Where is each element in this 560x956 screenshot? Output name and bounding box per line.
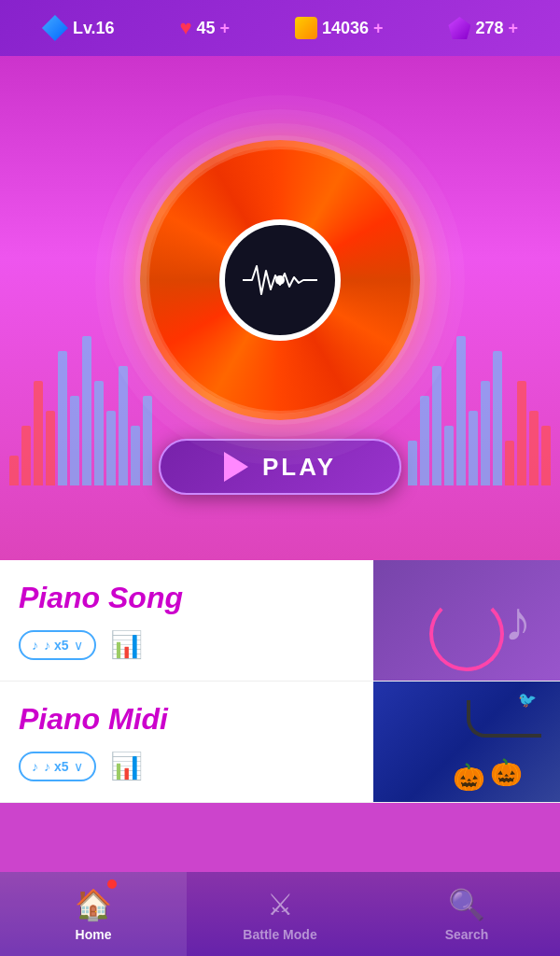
- home-label: Home: [76, 927, 112, 942]
- gem-icon: [448, 17, 470, 39]
- piano-midi-info: Piano Midi ♪ ♪ x5 ∨ 📊: [0, 688, 560, 795]
- nav-search[interactable]: 🔍 Search: [373, 872, 560, 956]
- gems-value: 278: [475, 19, 503, 38]
- play-label: PLAY: [262, 453, 336, 482]
- ticket-dropdown-icon[interactable]: ∨: [74, 638, 83, 653]
- ticket-music-icon: ♪: [32, 638, 38, 653]
- eq-bar-left-1: [21, 426, 31, 485]
- heart-icon: ♥: [180, 16, 192, 40]
- hearts-stat: ♥ 45 +: [180, 16, 231, 40]
- eq-bar-right-11: [541, 426, 551, 485]
- diamond-icon: [42, 15, 68, 41]
- battle-label: Battle Mode: [243, 927, 316, 942]
- eq-bar-right-8: [505, 441, 514, 485]
- eq-bar-left-0: [9, 456, 19, 485]
- battle-icon: ⚔: [267, 887, 294, 922]
- home-notification-dot: [107, 879, 117, 889]
- vinyl-outer: [140, 140, 420, 420]
- eq-bar-right-1: [420, 396, 429, 485]
- coins-stat: 14036 +: [295, 17, 384, 39]
- eq-bar-right-6: [481, 381, 490, 485]
- piano-midi-actions: ♪ ♪ x5 ∨ 📊: [19, 751, 541, 781]
- ticket-dropdown-icon-2[interactable]: ∨: [74, 759, 83, 774]
- gems-stat: 278 +: [448, 17, 518, 39]
- level-label: Lv.16: [73, 19, 115, 38]
- eq-bar-right-9: [517, 381, 526, 485]
- eq-bar-right-10: [529, 411, 539, 485]
- eq-bars-right: [408, 336, 551, 485]
- eq-bar-right-7: [493, 351, 502, 485]
- eq-bar-left-3: [46, 411, 55, 485]
- vinyl-center-dot: [275, 275, 285, 285]
- level-stat: Lv.16: [42, 15, 115, 41]
- vinyl-record: [140, 140, 420, 420]
- bottom-nav: 🏠 Home ⚔ Battle Mode 🔍 Search: [0, 872, 560, 956]
- eq-bar-left-4: [58, 351, 67, 485]
- eq-bar-left-2: [34, 381, 43, 485]
- eq-bar-right-4: [456, 336, 466, 485]
- main-area: PLAY: [0, 56, 560, 560]
- ticket-label: ♪ x5: [44, 638, 68, 653]
- ticket-music-icon-2: ♪: [32, 759, 38, 774]
- coin-icon: [295, 17, 317, 39]
- play-triangle-icon: [224, 452, 248, 482]
- eq-bar-left-6: [82, 336, 91, 485]
- nav-battle[interactable]: ⚔ Battle Mode: [187, 872, 373, 956]
- play-button[interactable]: PLAY: [159, 439, 401, 495]
- eq-bar-right-0: [408, 441, 417, 485]
- piano-midi-ticket-button[interactable]: ♪ ♪ x5 ∨: [19, 752, 96, 781]
- nav-home[interactable]: 🏠 Home: [0, 872, 187, 956]
- eq-bar-left-5: [70, 396, 79, 485]
- hearts-value: 45: [197, 19, 216, 38]
- piano-song-title: Piano Song: [19, 581, 541, 615]
- top-bar: Lv.16 ♥ 45 + 14036 + 278 +: [0, 0, 560, 56]
- song-list: ♪ Piano Song ♪ ♪ x5 ∨ 📊 🐦 🎃 🎃 Piano Midi: [0, 560, 560, 803]
- ticket-label-2: ♪ x5: [44, 759, 68, 774]
- chart-icon[interactable]: 📊: [110, 629, 143, 660]
- piano-midi-item[interactable]: 🐦 🎃 🎃 Piano Midi ♪ ♪ x5 ∨ 📊: [0, 682, 560, 803]
- vinyl-center: [219, 219, 341, 341]
- coins-value: 14036: [322, 19, 369, 38]
- eq-bar-left-8: [106, 411, 116, 485]
- eq-bars-left: [9, 336, 152, 485]
- piano-midi-title: Piano Midi: [19, 702, 541, 737]
- search-label: Search: [445, 927, 489, 942]
- piano-song-item[interactable]: ♪ Piano Song ♪ ♪ x5 ∨ 📊: [0, 560, 560, 682]
- coins-plus-button[interactable]: +: [373, 19, 384, 38]
- search-icon: 🔍: [448, 887, 485, 922]
- piano-song-actions: ♪ ♪ x5 ∨ 📊: [19, 629, 541, 660]
- piano-song-info: Piano Song ♪ ♪ x5 ∨ 📊: [0, 567, 560, 674]
- home-icon: 🏠: [75, 887, 112, 922]
- chart-icon-2[interactable]: 📊: [110, 751, 143, 781]
- eq-bar-left-7: [94, 381, 104, 485]
- piano-song-ticket-button[interactable]: ♪ ♪ x5 ∨: [19, 630, 96, 660]
- eq-bar-right-2: [432, 366, 441, 485]
- eq-bar-right-3: [444, 426, 454, 485]
- eq-bar-right-5: [469, 411, 478, 485]
- eq-bar-left-9: [119, 366, 128, 485]
- gems-plus-button[interactable]: +: [509, 19, 519, 38]
- hearts-plus-button[interactable]: +: [220, 19, 231, 38]
- eq-bar-left-10: [131, 426, 140, 485]
